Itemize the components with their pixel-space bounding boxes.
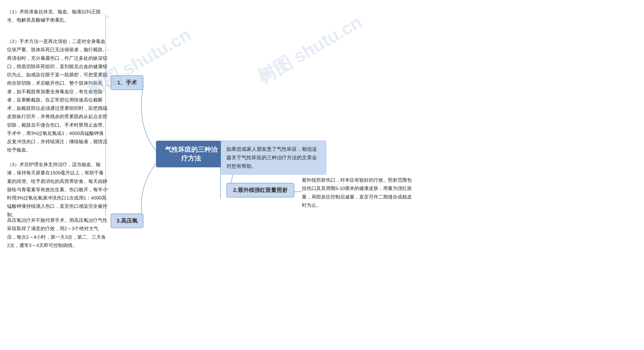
text-surgery-main: （2）手术方法一是再次清创，二是对全身毒血症状严重、肢体坏死已无法保留者，施行截… bbox=[7, 37, 108, 154]
central-node: 气性坏疽的三种治疗方法 bbox=[156, 141, 226, 167]
text-surgery-preop: （1）术前准备抗休克、输血、输液以纠正脱水、电解质及酸碱平衡紊乱。 bbox=[7, 8, 108, 24]
branch-oxygen: 3.高压氧 bbox=[111, 214, 143, 228]
info-uv-detail: 紫外线照射伤口，对本症有较好的疗效。照射范围包括伤口及其周围5-10厘米的健康皮… bbox=[302, 176, 413, 209]
text-surgery-postop: （3）术后护理全身支持治疗，适当输血、输液，保持每天尿量在1500毫升以上，有助… bbox=[7, 160, 108, 219]
branch-surgery: 1、手术 bbox=[111, 75, 143, 90]
branch-uv: 2.紫外线强红斑量照射 bbox=[226, 183, 294, 197]
text-oxygen: 高压氧治疗并不能代替手术。用高压氧治疗气性坏疽取得了满意的疗效，用2～3个绝对大… bbox=[7, 216, 108, 249]
watermark-2: 树图 shutu.cn bbox=[253, 10, 367, 89]
info-intro-box: 如果您或家人朋友患了气性坏疽，相信这篇关于气性坏疽的三种治疗方法的文章会对您有帮… bbox=[221, 140, 327, 175]
